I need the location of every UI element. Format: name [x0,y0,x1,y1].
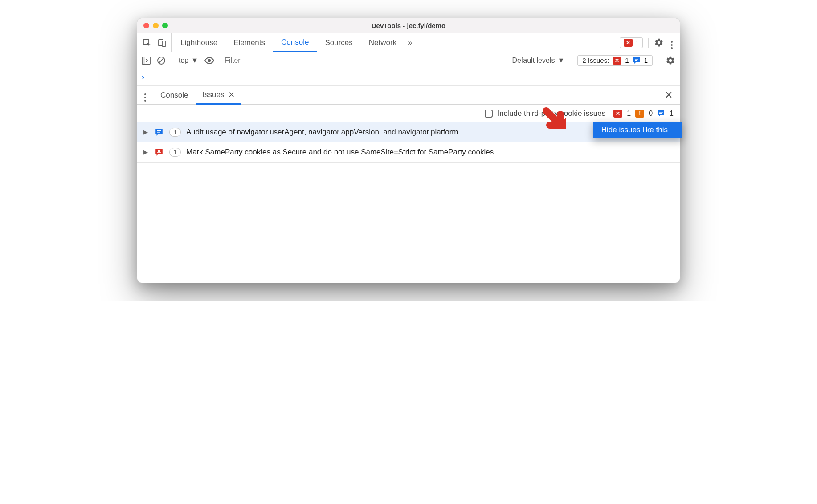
devtools-window: DevTools - jec.fyi/demo Lighthouse Eleme… [137,18,680,283]
disclosure-triangle-icon[interactable]: ▶ [143,127,149,135]
svg-rect-8 [635,59,638,60]
issues-summary-label: 2 Issues: [582,57,609,64]
console-toolbar: top ▼ Default levels ▼ 2 Issues: ✕ 1 1 [137,52,680,69]
issues-filter-row: Include third-party cookie issues ✕ 1 ! … [137,105,680,122]
dropdown-triangle-icon: ▼ [557,57,564,65]
context-menu-hide-issues[interactable]: Hide issues like this [593,122,682,138]
checkbox-icon [485,110,493,118]
main-tabs-row: Lighthouse Elements Console Sources Netw… [137,33,680,52]
drawer-tab-issues[interactable]: Issues ✕ [196,86,241,105]
execution-context-selector[interactable]: top ▼ [179,57,198,65]
context-menu: Hide issues like this [593,122,682,138]
tab-lighthouse[interactable]: Lighthouse [172,33,225,52]
more-tabs-icon[interactable]: » [404,39,416,47]
window-title: DevTools - jec.fyi/demo [137,22,680,29]
svg-rect-11 [659,113,662,114]
console-prompt-area[interactable]: › [137,69,680,86]
error-x-icon [154,147,164,157]
tab-console[interactable]: Console [273,34,317,52]
console-filter-input[interactable] [221,55,385,66]
speech-bubble-icon [633,57,641,65]
inspect-element-icon[interactable] [143,38,151,47]
main-kebab-icon[interactable] [669,37,674,49]
issues-summary-button[interactable]: 2 Issues: ✕ 1 1 [577,55,653,66]
warning-count: 0 [649,110,653,118]
drawer-tab-console-label: Console [160,91,188,100]
close-tab-icon[interactable]: ✕ [228,90,235,100]
console-sidebar-toggle-icon[interactable] [142,57,151,65]
issues-list: ▶ 1 Audit usage of navigator.userAgent, … [137,122,680,283]
svg-line-6 [159,58,163,63]
issue-count-badge: 1 [169,128,181,137]
levels-label: Default levels [512,57,555,65]
log-levels-selector[interactable]: Default levels ▼ [512,57,564,65]
issue-row[interactable]: ▶ 1 Audit usage of navigator.userAgent, … [137,122,680,142]
issues-count-summary: ✕ 1 ! 0 1 [613,110,674,118]
console-settings-icon[interactable] [666,56,675,65]
error-count-text: 1 [635,39,639,46]
live-expression-eye-icon[interactable] [204,57,214,64]
prompt-chevron-icon: › [142,73,144,82]
svg-point-7 [208,59,211,61]
error-count: 1 [627,110,631,118]
svg-rect-10 [659,112,663,113]
drawer-kebab-icon[interactable] [142,89,152,102]
error-x-icon: ✕ [613,57,621,65]
info-count: 1 [670,110,674,118]
speech-bubble-icon [657,110,665,118]
svg-rect-12 [157,130,161,131]
svg-rect-4 [142,57,145,64]
drawer-tab-console[interactable]: Console [154,86,194,104]
svg-rect-2 [162,41,166,46]
svg-rect-13 [157,132,160,133]
disclosure-triangle-icon[interactable]: ▶ [143,147,149,155]
drawer-tabs-row: Console Issues ✕ ✕ [137,86,680,105]
issues-error-count: 1 [625,57,629,64]
clear-console-icon[interactable] [157,56,166,65]
issue-count-badge: 1 [169,148,181,157]
warning-icon: ! [635,110,644,118]
context-label: top [179,57,188,65]
tab-network[interactable]: Network [361,33,404,52]
error-x-icon: ✕ [613,110,622,118]
drawer-tab-issues-label: Issues [202,90,224,99]
annotation-arrow-icon [542,106,573,138]
tab-sources[interactable]: Sources [317,33,360,52]
error-count-badge[interactable]: ✕ 1 [620,37,643,48]
svg-rect-9 [635,60,637,61]
error-x-icon: ✕ [624,39,633,47]
issue-title: Mark SameParty cookies as Secure and do … [186,147,674,158]
speech-bubble-icon [154,127,164,137]
issue-row[interactable]: ▶ 1 Mark SameParty cookies as Secure and… [137,142,680,163]
issues-info-count: 1 [644,57,648,64]
settings-icon[interactable] [654,38,664,48]
device-toolbar-icon[interactable] [158,38,167,47]
drawer-close-icon[interactable]: ✕ [662,89,675,101]
window-titlebar: DevTools - jec.fyi/demo [137,18,680,33]
dropdown-triangle-icon: ▼ [191,57,198,65]
tab-elements[interactable]: Elements [225,33,273,52]
